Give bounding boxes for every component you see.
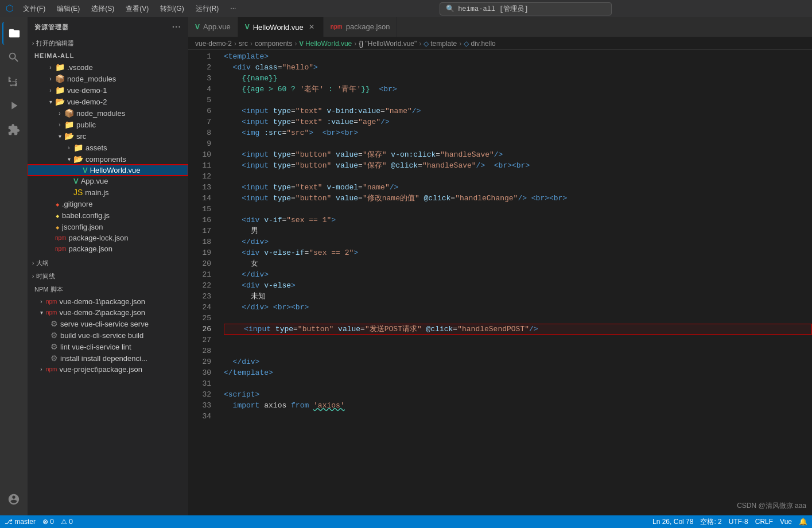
activity-explorer[interactable] [2,22,25,45]
npm-script-serve[interactable]: ⚙ serve vue-cli-service serve [28,318,188,329]
code-line-13: <input type="text" v-model="name"/> [224,182,812,193]
npm-script-install[interactable]: ⚙ install install dependenci... [28,352,188,364]
sidebar-header: 资源管理器 ··· [28,17,188,37]
tree-item-package-lock[interactable]: npm package-lock.json [28,232,188,243]
script-build-icon: ⚙ [50,331,58,340]
src-label: src [76,132,86,141]
activity-extensions[interactable] [2,118,25,141]
code-line-27 [224,335,812,345]
tree-item-package-json[interactable]: npm package.json [28,243,188,254]
tree-item-helloworld[interactable]: V HelloWorld.vue [28,165,188,176]
menu-run[interactable]: 运行(R) [191,3,224,15]
code-line-25 [224,313,812,324]
npm-section[interactable]: NPM 脚本 [28,283,188,296]
status-ln-col[interactable]: Ln 26, Col 78 [652,518,693,526]
tree-item-vue-demo-1[interactable]: 📁 vue-demo-1 [28,84,188,96]
timeline-label: 时间线 [36,272,55,281]
components-arrow [64,156,73,162]
activity-bar [0,17,28,515]
open-editors-section[interactable]: › 打开的编辑器 [28,37,188,50]
tree-item-public[interactable]: 📁 public [28,119,188,130]
pkg-json-icon: npm [55,246,66,252]
bc-src[interactable]: src [239,40,248,48]
vue-demo-1-arrow [46,87,55,94]
script-build-label: build vue-cli-service build [60,331,143,340]
tree-item-main-js[interactable]: JS main.js [28,187,188,198]
jsconfig-label: jsconfig.json [62,223,103,231]
tree-item-components[interactable]: 📂 components [28,153,188,165]
status-language[interactable]: Vue [780,518,792,526]
tree-item-babel[interactable]: ⬥ babel.config.js [28,209,188,221]
status-right: Ln 26, Col 78 空格: 2 UTF-8 CRLF Vue 🔔 [652,517,807,527]
search-text: heima-all [管理员] [458,4,528,14]
npm-vd1-arrow [37,298,46,305]
code-line-15 [224,204,812,215]
tree-item-vscode[interactable]: 📁 .vscode [28,61,188,73]
bc-vue-demo-2[interactable]: vue-demo-2 [195,40,232,48]
tab-helloworld-vue[interactable]: V HelloWorld.vue ✕ [238,17,324,37]
code-line-26: <input type="button" value="发送POST请求" @c… [224,324,812,335]
tab-package-json[interactable]: npm package.json [324,17,398,37]
tab-bar: V App.vue V HelloWorld.vue ✕ npm package… [188,17,812,37]
npm-label: NPM 脚本 [34,285,63,294]
bc-helloworld-obj[interactable]: {} "HelloWorld.vue" [359,40,417,48]
jsconfig-icon: ⬥ [55,222,60,231]
nm-root-arrow [46,76,55,82]
tree-item-app-vue[interactable]: V App.vue [28,176,188,187]
menu-edit[interactable]: 编辑(E) [52,3,84,15]
menu-more[interactable]: ··· [226,3,240,15]
bc-helloworld-file[interactable]: V HelloWorld.vue [299,40,352,48]
bc-div-hello[interactable]: ◇ div.hello [464,40,495,48]
tree-item-jsconfig[interactable]: ⬥ jsconfig.json [28,221,188,232]
status-errors[interactable]: ⊗ 0 [42,518,54,526]
npm-vd1-label: vue-demo-1\package.json [59,297,145,306]
activity-search[interactable] [2,46,25,69]
vscode-arrow [46,64,55,71]
npm-vue-demo-2[interactable]: npm vue-demo-2\package.json [28,307,188,318]
menu-view[interactable]: 查看(V) [121,3,153,15]
root-section[interactable]: HEIMA-ALL [28,50,188,61]
status-encoding[interactable]: UTF-8 [729,518,748,526]
code-line-8: <img :src="src"> <br><br> [224,127,812,138]
nm2-icon: 📦 [64,108,74,118]
activity-source-control[interactable] [2,70,25,93]
titlebar-menu: 文件(F) 编辑(E) 选择(S) 查看(V) 转到(G) 运行(R) ··· [18,3,240,15]
sidebar-more-button[interactable]: ··· [172,22,181,32]
components-icon: 📂 [73,154,83,164]
search-bar[interactable]: 🔍 heima-all [管理员] [440,2,612,15]
vscode-folder-icon: 📁 [55,63,65,72]
npm-script-build[interactable]: ⚙ build vue-cli-service build [28,329,188,341]
npm-vd2-icon: npm [46,309,57,316]
tree-item-gitignore[interactable]: ⬥ .gitignore [28,198,188,209]
vscode-icon: ⬡ [6,3,14,14]
status-git-branch[interactable]: ⎇ master [5,518,36,526]
npm-script-lint[interactable]: ⚙ lint vue-cli-service lint [28,341,188,352]
tree-item-src[interactable]: 📂 src [28,130,188,142]
code-line-33: import axios from 'axios' [224,400,812,411]
status-spaces[interactable]: 空格: 2 [700,517,721,527]
status-warnings[interactable]: ⚠ 0 [61,518,73,526]
tree-item-assets[interactable]: 📁 assets [28,142,188,153]
code-content[interactable]: <template> <div class="hello"> {{name}} … [217,50,812,515]
tab-app-vue[interactable]: V App.vue [188,17,238,37]
tab-hw-close[interactable]: ✕ [307,22,316,32]
tab-pkg-json-icon: npm [331,24,343,30]
activity-account[interactable] [2,488,25,511]
activity-run[interactable] [2,94,25,117]
menu-goto[interactable]: 转到(G) [156,3,188,15]
tree-item-node-modules-2[interactable]: 📦 node_modules [28,107,188,119]
timeline-section[interactable]: › 时间线 [28,270,188,283]
menu-file[interactable]: 文件(F) [18,3,50,15]
outline-section[interactable]: › 大纲 [28,257,188,270]
tree-item-node-modules-root[interactable]: 📦 node_modules [28,73,188,84]
status-feedback[interactable]: 🔔 [799,518,807,526]
tree-item-vue-demo-2[interactable]: 📂 vue-demo-2 [28,96,188,107]
npm-vue-project[interactable]: npm vue-project\package.json [28,364,188,375]
code-line-7: <input type="text" :value="age"/> [224,117,812,127]
menu-select[interactable]: 选择(S) [87,3,119,15]
npm-vue-demo-1[interactable]: npm vue-demo-1\package.json [28,296,188,307]
status-line-ending[interactable]: CRLF [755,518,773,526]
bc-components[interactable]: components [255,40,292,48]
bc-template[interactable]: ◇ template [424,40,457,48]
code-line-30: </template> [224,367,812,378]
